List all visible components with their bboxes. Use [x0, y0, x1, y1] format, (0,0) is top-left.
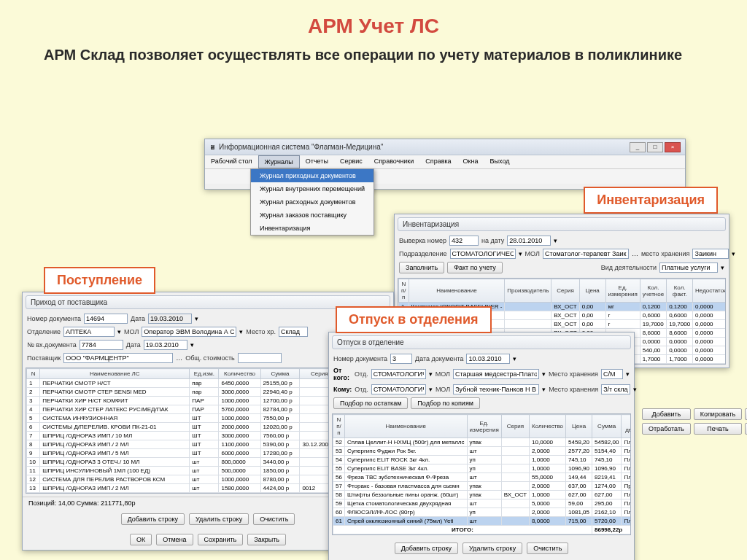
table-row[interactable]: 52Сплав Целлит-Н НХМЦ (500г) для металлс…	[333, 438, 632, 447]
label: Номер документа	[27, 315, 81, 322]
table-row[interactable]: 60ФЛЮСЭЛ/ЛФ-ЛОС (80гр)уп2,00001081,05216…	[333, 508, 632, 517]
label: Дата документа	[415, 355, 463, 362]
callout-inventory: Инвентаризация	[584, 187, 718, 214]
callout-dispatch: Отпуск в отделения	[336, 306, 492, 333]
ok-button[interactable]: ОК	[130, 534, 152, 545]
menuitem-4[interactable]: Инвентаризация	[251, 222, 374, 235]
label: Место хранения	[549, 370, 598, 378]
fill-button[interactable]: Заполнить	[399, 262, 444, 273]
table-row[interactable]: 61Спрей окклюзионный синий (75мл) Yetiшт…	[333, 517, 632, 526]
label: МОЛ	[436, 370, 450, 378]
table-row[interactable]: 55Супергипс ELIT BASE 3кг 4кл.уп1,000010…	[333, 464, 632, 473]
close-button[interactable]: ×	[665, 142, 681, 152]
pick-remains-button[interactable]: Подбор по остаткам	[333, 397, 408, 409]
window-title: Информационная система "Флагман-Медицина…	[219, 143, 383, 151]
table-row[interactable]: 58Штифты беззольные пины оранж. (60шт)уп…	[333, 491, 632, 499]
inv-side-4[interactable]: Печать	[694, 423, 742, 435]
tot-input[interactable]	[238, 353, 282, 363]
mol-input[interactable]	[543, 249, 629, 259]
post-input[interactable]	[63, 353, 173, 363]
close-button[interactable]: Закрыть	[247, 534, 286, 545]
save-button[interactable]: Сохранить	[198, 534, 244, 545]
clear-button[interactable]: Очистить	[253, 513, 295, 525]
menuitem-3[interactable]: Журнал заказов поставщику	[251, 209, 374, 222]
label: Общ. стоимость	[185, 354, 235, 362]
mesto-input[interactable]	[279, 327, 308, 337]
date2-input[interactable]	[144, 340, 187, 350]
menu-4[interactable]: Справочники	[368, 155, 420, 168]
inv-side-1[interactable]: Копировать	[694, 408, 742, 420]
date-input[interactable]	[466, 354, 510, 364]
fact-button[interactable]: Факт по учету	[447, 262, 503, 273]
from-mesto[interactable]	[601, 369, 623, 379]
table-row[interactable]: 59Щетка стоматологическая двухряднаяшт5,…	[333, 499, 632, 508]
menu-3[interactable]: Сервис	[334, 155, 368, 168]
table-row[interactable]: 56Фреза ТВС зуботехническая Ф-Фрезашт55,…	[333, 473, 632, 482]
label: Выверка номер	[399, 237, 446, 244]
menuitem-2[interactable]: Журнал расходных документов	[251, 195, 374, 209]
docnum-input[interactable]	[84, 314, 128, 324]
label: Поставщик	[27, 354, 61, 362]
menu-7[interactable]: Выход	[484, 155, 516, 168]
table-row[interactable]: 54Супергипс ELIT ROCK 3кг 4кл.уп1,000074…	[333, 456, 632, 464]
vdoc-input[interactable]	[80, 340, 123, 350]
page-title: АРМ Учет ЛС	[0, 0, 747, 45]
from-mol[interactable]	[453, 369, 539, 379]
label: Отделение	[27, 328, 61, 335]
label: место хранения	[641, 250, 690, 257]
otd-input[interactable]	[63, 327, 115, 337]
menuitem-0[interactable]: Журнал приходных документов	[251, 169, 374, 182]
add-row-button[interactable]: Добавить строку	[121, 513, 185, 525]
label: Отд.	[355, 370, 368, 378]
vyverka-input[interactable]	[449, 236, 479, 246]
to-otd[interactable]	[371, 384, 426, 394]
inventory-title: Инвентаризация	[398, 217, 726, 231]
menu-0[interactable]: Рабочий стол	[205, 155, 258, 168]
inv-side-0[interactable]: Добавить	[642, 408, 691, 420]
add-row-button[interactable]: Добавить строку	[395, 542, 458, 554]
label: Место хранения	[549, 386, 598, 393]
main-window: 🖥 Информационная система "Флагман-Медици…	[204, 139, 686, 190]
num-input[interactable]	[390, 354, 412, 364]
menu-2[interactable]: Отчеты	[300, 155, 334, 168]
label: МОЛ	[525, 250, 540, 257]
label: Место хр.	[246, 328, 276, 335]
table-row[interactable]: 57Фторакс - базовая пластмасса для сьемн…	[333, 482, 632, 491]
menu-6[interactable]: Окна	[457, 155, 484, 168]
from-label: От кого:	[333, 367, 352, 381]
label: на дату	[481, 237, 504, 244]
del-row-button[interactable]: Удалить строку	[462, 542, 522, 554]
dispatch-title: Отпуск в отделение	[332, 335, 631, 349]
app-icon: 🖥	[209, 144, 216, 151]
menuitem-1[interactable]: Журнал внутренних перемещений	[251, 182, 374, 195]
total-row: ИТОГО:86998,22р	[333, 526, 632, 534]
clear-button[interactable]: Очистить	[527, 542, 568, 554]
label: Подразделение	[399, 250, 447, 257]
journals-dropdown: Журнал приходных документовЖурнал внутре…	[250, 168, 374, 236]
pick-copies-button[interactable]: Подбор по копиям	[411, 397, 480, 409]
to-mesto[interactable]	[601, 384, 630, 394]
label: МОЛ	[124, 328, 139, 335]
date-input[interactable]	[148, 314, 192, 324]
menu-1[interactable]: Журналы	[258, 155, 300, 168]
date-input[interactable]	[507, 236, 551, 246]
minimize-button[interactable]: _	[630, 142, 646, 152]
to-mol[interactable]	[453, 384, 539, 394]
mesto-input[interactable]	[692, 249, 729, 259]
del-row-button[interactable]: Удалить строку	[189, 513, 249, 525]
table-row[interactable]: 53Супергипс Фуджи Рок 5кг.шт2,00002577,2…	[333, 447, 632, 456]
label: Вид деятельности	[601, 264, 657, 271]
menu-5[interactable]: Справка	[419, 155, 457, 168]
cancel-button[interactable]: Отмена	[156, 534, 193, 545]
label: Номер документа	[333, 355, 387, 362]
from-otd[interactable]	[371, 369, 426, 379]
to-label: Кому:	[333, 386, 352, 393]
maximize-button[interactable]: □	[647, 142, 663, 152]
label: Отд.	[355, 386, 368, 393]
dispatch-grid[interactable]: N п/пНаименованиеЕд. измеренияСерияКолич…	[333, 414, 631, 534]
inv-side-3[interactable]: Отработать	[642, 423, 691, 435]
podr-input[interactable]	[450, 249, 516, 259]
mol-input[interactable]	[142, 327, 236, 337]
vid-input[interactable]	[659, 262, 718, 273]
label: МОЛ	[436, 386, 450, 393]
